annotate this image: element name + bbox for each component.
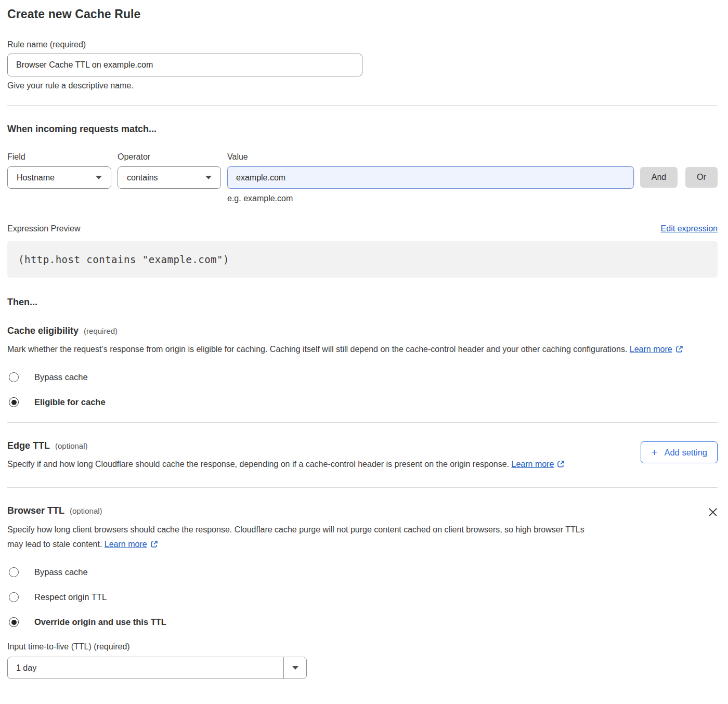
edge-ttl-section: Edge TTL (optional) Specify if and how l…	[7, 440, 718, 473]
add-setting-button[interactable]: + Add setting	[641, 441, 718, 463]
edge-ttl-title: Edge TTL	[7, 440, 50, 451]
chevron-down-icon	[205, 176, 212, 179]
rule-name-help: Give your rule a descriptive name.	[7, 81, 718, 90]
value-input[interactable]	[227, 166, 634, 189]
browser-ttl-header-row: Browser TTL (optional)	[7, 505, 718, 517]
ttl-select-value: 1 day	[8, 657, 283, 679]
value-help: e.g. example.com	[227, 194, 718, 203]
rule-name-input[interactable]	[7, 54, 362, 76]
radio-icon	[9, 397, 19, 407]
browser-ttl-description: Specify how long client browsers should …	[7, 523, 584, 553]
cache-eligibility-radio-group: Bypass cache Eligible for cache	[7, 372, 718, 407]
value-column: Value	[227, 152, 634, 189]
edge-ttl-title-row: Edge TTL (optional)	[7, 440, 565, 451]
radio-icon	[9, 372, 19, 382]
radio-icon	[9, 617, 19, 627]
chevron-down-icon	[96, 176, 102, 179]
cache-eligibility-title-row: Cache eligibility (required)	[7, 325, 718, 336]
rule-name-label: Rule name (required)	[7, 40, 718, 49]
edge-ttl-description: Specify if and how long Cloudflare shoul…	[7, 457, 565, 473]
operator-select[interactable]: contains	[118, 166, 221, 189]
browser-ttl-radio-group: Bypass cache Respect origin TTL Override…	[7, 567, 718, 627]
edge-ttl-learn-more-link[interactable]: Learn more	[512, 460, 554, 468]
expression-code: (http.host contains "example.com")	[18, 254, 229, 265]
section-divider	[7, 422, 718, 423]
external-link-icon	[557, 458, 565, 473]
field-select[interactable]: Hostname	[7, 166, 111, 189]
browser-ttl-section: Browser TTL (optional) Specify how long …	[7, 505, 718, 679]
page-title: Create new Cache Rule	[7, 7, 718, 21]
browser-ttl-learn-more-link[interactable]: Learn more	[105, 540, 147, 549]
expression-row: Expression Preview Edit expression	[7, 224, 718, 233]
field-column: Field Hostname	[7, 152, 111, 189]
cache-eligibility-learn-more-link[interactable]: Learn more	[630, 345, 672, 354]
section-divider	[7, 487, 718, 488]
radio-bypass-cache[interactable]: Bypass cache	[7, 372, 718, 382]
radio-override-origin-ttl[interactable]: Override origin and use this TTL	[7, 617, 718, 627]
close-icon[interactable]	[708, 507, 718, 517]
edit-expression-link[interactable]: Edit expression	[661, 224, 718, 233]
ttl-input-label: Input time-to-live (TTL) (required)	[7, 642, 718, 651]
ttl-select-arrow-button[interactable]	[283, 657, 306, 679]
value-label: Value	[227, 152, 634, 162]
expression-code-block: (http.host contains "example.com")	[7, 241, 718, 278]
radio-bypass-cache[interactable]: Bypass cache	[7, 567, 718, 577]
plus-icon: +	[651, 447, 657, 458]
radio-icon	[9, 567, 19, 577]
operator-column: Operator contains	[118, 152, 221, 189]
field-select-value: Hostname	[17, 173, 55, 182]
match-heading: When incoming requests match...	[7, 124, 718, 135]
chevron-down-icon	[292, 666, 298, 670]
cache-eligibility-required-tag: (required)	[84, 327, 118, 335]
section-divider	[7, 105, 718, 106]
edge-ttl-content: Edge TTL (optional) Specify if and how l…	[7, 440, 565, 473]
browser-ttl-title-row: Browser TTL (optional)	[7, 505, 102, 516]
cache-eligibility-description: Mark whether the request’s response from…	[7, 342, 718, 358]
expression-preview-label: Expression Preview	[7, 224, 81, 233]
browser-ttl-title: Browser TTL	[7, 505, 64, 516]
browser-ttl-optional-tag: (optional)	[70, 506, 102, 515]
operator-select-value: contains	[127, 173, 158, 182]
field-label: Field	[7, 152, 111, 162]
radio-eligible-for-cache[interactable]: Eligible for cache	[7, 397, 718, 407]
then-heading: Then...	[7, 297, 718, 308]
and-button[interactable]: And	[640, 167, 678, 188]
or-button[interactable]: Or	[685, 167, 718, 188]
cache-eligibility-section: Cache eligibility (required) Mark whethe…	[7, 325, 718, 407]
operator-label: Operator	[118, 152, 221, 162]
cache-eligibility-title: Cache eligibility	[7, 325, 79, 336]
match-row: Field Hostname Operator contains Value A…	[7, 152, 718, 189]
external-link-icon	[150, 538, 158, 553]
radio-respect-origin-ttl[interactable]: Respect origin TTL	[7, 592, 718, 602]
edge-ttl-optional-tag: (optional)	[55, 441, 88, 450]
radio-icon	[9, 592, 19, 602]
external-link-icon	[675, 343, 683, 358]
ttl-select[interactable]: 1 day	[7, 657, 307, 679]
